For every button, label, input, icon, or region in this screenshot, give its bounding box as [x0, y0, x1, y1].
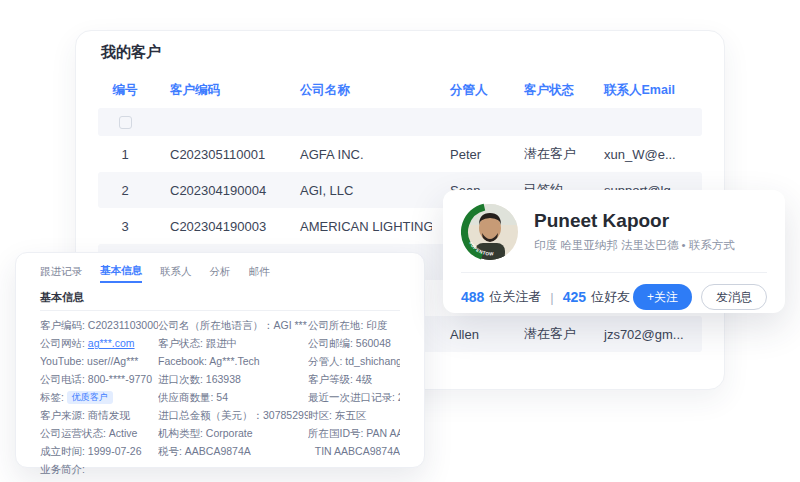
company-website-link[interactable]: ag***.com: [88, 337, 135, 349]
field-youtube: YouTube: user//Ag***: [40, 352, 158, 370]
send-message-button[interactable]: 发消息: [701, 284, 767, 310]
profile-divider: [461, 272, 767, 273]
page: 我的客户 编号 客户编码 公司名称 分管人 客户状态 联系人Email 1 C2…: [0, 0, 800, 482]
cell-number: 2: [98, 183, 152, 198]
profile-card: #OPENTOWORK Puneet Kapoor 印度 哈里亚纳邦 法里达巴德…: [443, 190, 785, 313]
col-header-email: 联系人Email: [586, 82, 702, 99]
cell-status: 潜在客户: [506, 325, 586, 343]
col-header-status: 客户状态: [506, 82, 586, 99]
quality-customer-tag: 优质客户: [67, 391, 113, 404]
field-owner: 分管人: td_shichang001: [308, 352, 400, 370]
field-customer-code: 客户编码: C202311030002: [40, 316, 158, 334]
avatar: #OPENTOWORK: [461, 203, 519, 261]
profile-actions: +关注 发消息: [633, 284, 767, 310]
cell-customer-code: C202304190003: [152, 219, 282, 234]
tab-follow-up-records[interactable]: 跟进记录: [40, 265, 82, 282]
cell-number: 1: [98, 147, 152, 162]
section-title-basic-info: 基本信息: [40, 290, 400, 305]
field-tax-number: 税号: AABCA9874A: [158, 442, 308, 460]
tab-email[interactable]: 邮件: [249, 265, 270, 282]
cell-email: xun_W@e...: [586, 147, 702, 162]
basic-info-fields: 客户编码: C202311030002 公司名（所在地语言）：AGI *** L…: [40, 316, 400, 460]
profile-header: #OPENTOWORK Puneet Kapoor 印度 哈里亚纳邦 法里达巴德…: [461, 203, 767, 261]
table-header-row: 编号 客户编码 公司名称 分管人 客户状态 联系人Email: [98, 78, 702, 102]
field-facebook: Facebook: Ag***.Tech: [158, 352, 308, 370]
field-national-id: 所在国ID号: PAN AABCA9874A: [308, 424, 400, 442]
field-import-count: 进口次数: 163938: [158, 370, 308, 388]
tab-analysis[interactable]: 分析: [210, 265, 231, 282]
cell-owner: Allen: [432, 327, 506, 342]
table-row[interactable]: 1 C202305110001 AGFA INC. Peter 潜在客户 xun…: [98, 136, 702, 172]
field-tags-label: 标签:: [40, 391, 67, 403]
detail-tabs: 跟进记录 基本信息 联系人 分析 邮件: [40, 263, 400, 283]
followers-label: 位关注者: [489, 288, 541, 306]
field-company-local-name: 公司名（所在地语言）：AGI *** LTD: [158, 316, 308, 334]
col-header-number: 编号: [98, 82, 152, 99]
field-tin: TIN AABCA9874A: [308, 442, 400, 460]
profile-footer: 488 位关注者 | 425 位好友 +关注 发消息: [461, 284, 767, 310]
field-founded-date: 成立时间: 1999-07-26: [40, 442, 158, 460]
profile-subtitle: 印度 哈里亚纳邦 法里达巴德 • 联系方式: [534, 238, 735, 253]
cell-status: 潜在客户: [506, 145, 586, 163]
cell-company-name: AGI, LLC: [282, 183, 432, 198]
cell-customer-code: C202304190004: [152, 183, 282, 198]
select-all-row: [98, 108, 702, 136]
profile-name: Puneet Kapoor: [534, 211, 735, 232]
cell-customer-code: C202305110001: [152, 147, 282, 162]
field-customer-level: 客户等级: 4级: [308, 370, 400, 388]
col-header-company-name: 公司名称: [282, 82, 432, 99]
field-website-label: 公司网站:: [40, 337, 88, 349]
field-supplier-count: 供应商数量: 54: [158, 388, 308, 406]
profile-info: Puneet Kapoor 印度 哈里亚纳邦 法里达巴德 • 联系方式: [534, 211, 735, 253]
cell-company-name: AMERICAN LIGHTING: [282, 219, 432, 234]
cell-email: jzs702@gm...: [586, 327, 702, 342]
tab-contacts[interactable]: 联系人: [160, 265, 192, 282]
field-customer-source: 客户来源: 商情发现: [40, 406, 158, 424]
col-header-customer-code: 客户编码: [152, 82, 282, 99]
followers-count: 488: [461, 289, 484, 305]
follow-button[interactable]: +关注: [633, 284, 692, 310]
field-org-type: 机构类型: Corporate: [158, 424, 308, 442]
page-title: 我的客户: [101, 43, 724, 62]
profile-stats: 488 位关注者 | 425 位好友: [461, 288, 630, 306]
field-company-phone: 公司电话: 800-****-9770: [40, 370, 158, 388]
field-customer-status: 客户状态: 跟进中: [158, 334, 308, 352]
field-timezone: 时区: 东五区: [308, 406, 400, 424]
stats-separator: |: [550, 290, 553, 305]
section-divider: [40, 310, 400, 311]
col-header-owner: 分管人: [432, 82, 506, 99]
cell-company-name: AGFA INC.: [282, 147, 432, 162]
field-postal-code: 公司邮编: 560048: [308, 334, 400, 352]
field-last-import-record: 最近一次进口记录: 2023-10-20: [308, 388, 400, 406]
field-tags: 标签: 优质客户: [40, 388, 158, 406]
friends-label: 位好友: [591, 288, 630, 306]
customer-detail-panel: 跟进记录 基本信息 联系人 分析 邮件 基本信息 客户编码: C20231103…: [15, 252, 425, 468]
cell-number: 3: [98, 219, 152, 234]
friends-count: 425: [563, 289, 586, 305]
business-intro-label: 业务简介:: [40, 463, 400, 477]
tab-basic-info[interactable]: 基本信息: [100, 264, 142, 283]
cell-owner: Peter: [432, 147, 506, 162]
select-all-checkbox[interactable]: [119, 116, 132, 129]
field-total-import-amount: 进口总金额（美元）：307852992.67: [158, 406, 308, 424]
field-operating-status: 公司运营状态: Active: [40, 424, 158, 442]
field-company-location: 公司所在地: 印度: [308, 316, 400, 334]
field-company-website: 公司网站: ag***.com: [40, 334, 158, 352]
